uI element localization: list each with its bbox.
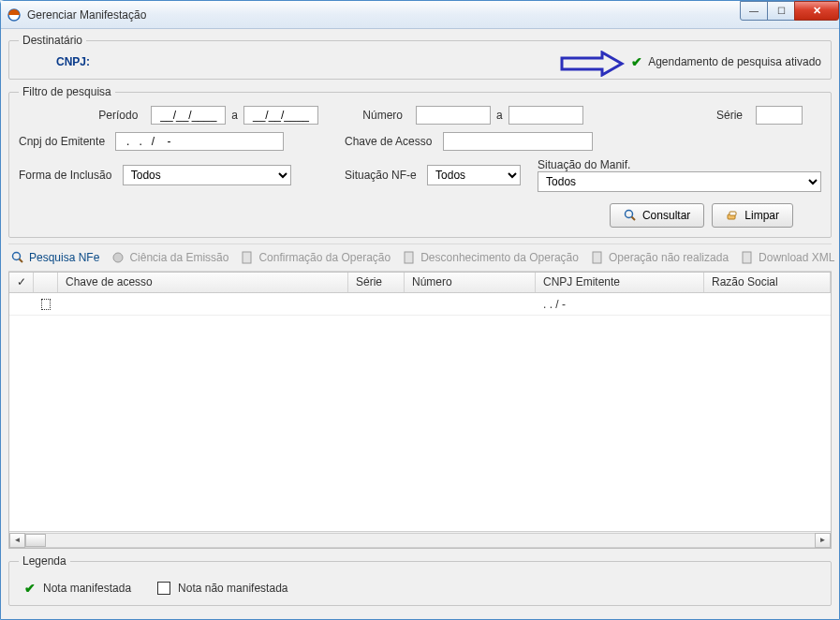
document-x-icon [590, 250, 605, 265]
col-razao-social[interactable]: Razão Social [704, 273, 831, 292]
horizontal-scrollbar[interactable]: ◄ ► [9, 531, 831, 548]
col-cnpj-emitente[interactable]: CNPJ Emitente [536, 273, 704, 292]
situacao-nfe-select[interactable]: Todos [427, 165, 521, 185]
window-controls: — ☐ ✕ [741, 1, 839, 22]
legenda-title: Legenda [19, 554, 70, 568]
pesquisa-nfe-action[interactable]: Pesquisa NFe [10, 250, 99, 265]
document-check-icon [240, 250, 255, 265]
scroll-right-button[interactable]: ► [815, 533, 831, 548]
periodo-sep: a [231, 109, 238, 122]
legend-manifestada-label: Nota manifestada [43, 582, 131, 595]
cnpj-emitente-label: Cnpj do Emitente [19, 135, 112, 148]
content-area: Destinatário CNPJ: ✔ Agendamento de pesq… [1, 29, 839, 619]
check-icon: ✔ [631, 54, 642, 69]
legend-manifestada: ✔ Nota manifestada [24, 581, 131, 596]
actions-toolbar: Pesquisa NFe Ciência da Emissão Confirma… [8, 244, 832, 272]
close-icon: ✕ [813, 5, 821, 17]
document-question-icon [402, 250, 417, 265]
table-row[interactable]: . . / - [9, 293, 831, 316]
cell-razao-social [704, 303, 831, 306]
svg-rect-8 [243, 252, 251, 263]
forma-inclusao-select[interactable]: Todos [123, 165, 291, 185]
col-blank [34, 273, 58, 292]
minimize-icon: — [749, 6, 759, 16]
download-xml-action[interactable]: Download XML ▼ [740, 250, 840, 265]
svg-rect-11 [743, 252, 751, 263]
forma-inclusao-label: Forma de Inclusão [19, 169, 119, 182]
svg-rect-4 [729, 212, 736, 215]
grid-header: ✓ Chave de acesso Série Número CNPJ Emit… [9, 273, 831, 293]
periodo-from-input[interactable] [151, 106, 226, 125]
numero-to-input[interactable] [508, 106, 583, 125]
col-check[interactable]: ✓ [9, 273, 34, 292]
cell-numero [405, 303, 536, 306]
scroll-track[interactable] [25, 533, 815, 548]
download-xml-label: Download XML [759, 251, 834, 264]
agendamento-label: Agendamento de pesquisa ativado [648, 55, 821, 68]
row-indicator [9, 303, 34, 306]
situacao-manif-select[interactable]: Todos [538, 171, 821, 192]
serie-label: Série [716, 109, 750, 122]
numero-label: Número [345, 109, 410, 122]
col-numero[interactable]: Número [405, 273, 536, 292]
filtro-legend: Filtro de pesquisa [19, 85, 115, 98]
nao-realizada-action[interactable]: Operação não realizada [590, 250, 729, 265]
chave-acesso-label: Chave de Acesso [345, 135, 439, 148]
scroll-left-button[interactable]: ◄ [9, 533, 25, 548]
col-chave[interactable]: Chave de acesso [58, 273, 348, 292]
svg-rect-9 [405, 252, 413, 263]
situacao-nfe-label: Situação NF-e [345, 169, 424, 182]
svg-line-6 [20, 259, 23, 263]
arrow-callout-icon [560, 51, 626, 77]
destinatario-group: Destinatário CNPJ: ✔ Agendamento de pesq… [8, 34, 832, 80]
ciencia-emissao-action[interactable]: Ciência da Emissão [111, 250, 228, 265]
nao-realizada-label: Operação não realizada [609, 251, 729, 264]
consultar-label: Consultar [642, 209, 690, 222]
desconhecimento-label: Desconhecimento da Operação [420, 251, 579, 264]
cell-serie [348, 303, 405, 306]
legend-nao-manifestada-label: Nota não manifestada [178, 582, 287, 595]
check-icon: ✔ [24, 581, 36, 596]
minimize-button[interactable]: — [740, 1, 768, 21]
legend-nao-manifestada: Nota não manifestada [157, 582, 287, 595]
svg-rect-10 [593, 252, 601, 263]
title-bar[interactable]: Gerenciar Manifestação — ☐ ✕ [1, 1, 839, 29]
filtro-group: Filtro de pesquisa Período a Número a Sé… [8, 85, 832, 238]
scroll-thumb[interactable] [25, 534, 46, 547]
limpar-label: Limpar [744, 209, 779, 222]
maximize-icon: ☐ [777, 6, 786, 16]
window-title: Gerenciar Manifestação [27, 8, 146, 22]
svg-point-1 [625, 211, 632, 218]
numero-sep: a [496, 109, 503, 122]
limpar-button[interactable]: Limpar [712, 203, 793, 228]
chave-acesso-input[interactable] [443, 132, 593, 151]
app-window: Gerenciar Manifestação — ☐ ✕ Destinatári… [0, 0, 840, 620]
app-icon [7, 7, 22, 22]
cnpj-emitente-input[interactable] [115, 132, 284, 151]
periodo-to-input[interactable] [243, 106, 318, 125]
periodo-label: Período [42, 109, 145, 122]
grid-body[interactable]: . . / - [9, 293, 831, 531]
cell-cnpj-emitente: . . / - [536, 296, 704, 313]
confirmacao-action[interactable]: Confirmação da Operação [240, 250, 391, 265]
download-icon [740, 250, 755, 265]
desconhecimento-action[interactable]: Desconhecimento da Operação [402, 250, 579, 265]
pesquisa-nfe-label: Pesquisa NFe [29, 251, 99, 264]
search-icon [10, 250, 25, 265]
close-button[interactable]: ✕ [794, 1, 839, 21]
situacao-manif-label: Situação do Manif. [538, 158, 638, 171]
cnpj-label: CNPJ: [56, 55, 90, 68]
col-serie[interactable]: Série [348, 273, 405, 292]
empty-box-icon [157, 582, 170, 595]
globe-icon [111, 250, 125, 265]
consultar-button[interactable]: Consultar [610, 203, 704, 228]
numero-from-input[interactable] [416, 106, 491, 125]
svg-line-2 [631, 217, 635, 221]
maximize-button[interactable]: ☐ [767, 1, 795, 21]
serie-input[interactable] [756, 106, 803, 125]
confirmacao-label: Confirmação da Operação [258, 251, 391, 264]
checkbox-icon[interactable] [41, 299, 51, 310]
destinatario-legend: Destinatário [19, 34, 86, 47]
row-checkbox-cell[interactable] [34, 297, 58, 312]
agendamento-toggle[interactable]: ✔ Agendamento de pesquisa ativado [631, 54, 821, 69]
